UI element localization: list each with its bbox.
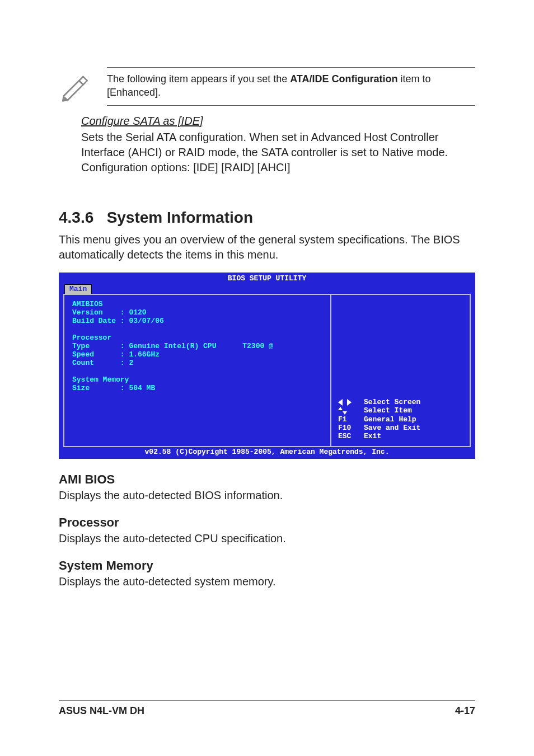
bios-title: BIOS SETUP UTILITY [228, 275, 306, 283]
sub-heading: AMI BIOS [59, 472, 475, 487]
bios-legend-key: F10 [338, 424, 358, 433]
bios-legend-row: F1General Help [338, 416, 464, 424]
bios-tab-main: Main [64, 284, 92, 294]
sub-heading: Processor [59, 515, 475, 530]
page: The following item appears if you set th… [0, 0, 534, 756]
svg-marker-3 [343, 411, 347, 415]
bios-right-panel: Select ScreenSelect ItemF1General HelpF1… [331, 295, 470, 446]
svg-marker-0 [338, 399, 343, 406]
section-number: 4.3.6 [59, 209, 93, 226]
arrow-left-right-icon [338, 398, 358, 407]
bios-legend-key: F1 [338, 416, 358, 424]
sub-heading: System Memory [59, 558, 475, 573]
bios-legend-key: ESC [338, 433, 358, 441]
bios-legend-label: General Help [364, 416, 416, 424]
note-text: The following item appears if you set th… [107, 67, 475, 106]
bios-legend-row: F10Save and Exit [338, 424, 464, 433]
bios-titlebar: BIOS SETUP UTILITY [59, 273, 475, 283]
note-block: The following item appears if you set th… [59, 67, 475, 106]
bios-setup-screenshot: BIOS SETUP UTILITY Main AMIBIOS Version … [59, 273, 475, 459]
bios-footer: v02.58 (C)Copyright 1985-2005, American … [59, 447, 475, 459]
bios-legend-label: Select Screen [364, 398, 420, 407]
subsection-title: Configure SATA as [IDE] [81, 115, 475, 128]
bios-tabs: Main [59, 283, 475, 294]
bios-left-text: AMIBIOS Version : 0120 Build Date : 03/0… [72, 300, 322, 392]
sub-desc: Displays the auto-detected system memory… [59, 575, 475, 588]
subsection-body: Sets the Serial ATA configuration. When … [81, 130, 475, 175]
footer-right: 4-17 [455, 705, 475, 717]
bios-legend-label: Save and Exit [364, 424, 420, 433]
pencil-note-icon [59, 71, 91, 103]
bios-legend-row: ESCExit [338, 433, 464, 441]
section-heading: 4.3.6 System Information [59, 209, 475, 227]
note-prefix: The following item appears if you set th… [107, 73, 290, 84]
page-footer: ASUS N4L-VM DH 4-17 [59, 700, 475, 717]
bios-left-panel: AMIBIOS Version : 0120 Build Date : 03/0… [64, 295, 331, 446]
arrow-up-down-icon [338, 407, 358, 415]
bios-legend-label: Exit [364, 433, 381, 441]
section-intro: This menu gives you an overview of the g… [59, 232, 475, 262]
footer-left: ASUS N4L-VM DH [59, 705, 144, 717]
bios-legend-label: Select Item [364, 407, 412, 415]
svg-marker-2 [338, 407, 343, 410]
sub-desc: Displays the auto-detected BIOS informat… [59, 489, 475, 502]
bios-body: AMIBIOS Version : 0120 Build Date : 03/0… [63, 294, 471, 447]
sub-desc: Displays the auto-detected CPU specifica… [59, 532, 475, 545]
bios-legend-row: Select Screen [338, 398, 464, 407]
bios-legend-row: Select Item [338, 407, 464, 415]
note-bold: ATA/IDE Configuration [290, 73, 397, 84]
section-title: System Information [107, 209, 253, 226]
svg-marker-1 [347, 399, 352, 406]
